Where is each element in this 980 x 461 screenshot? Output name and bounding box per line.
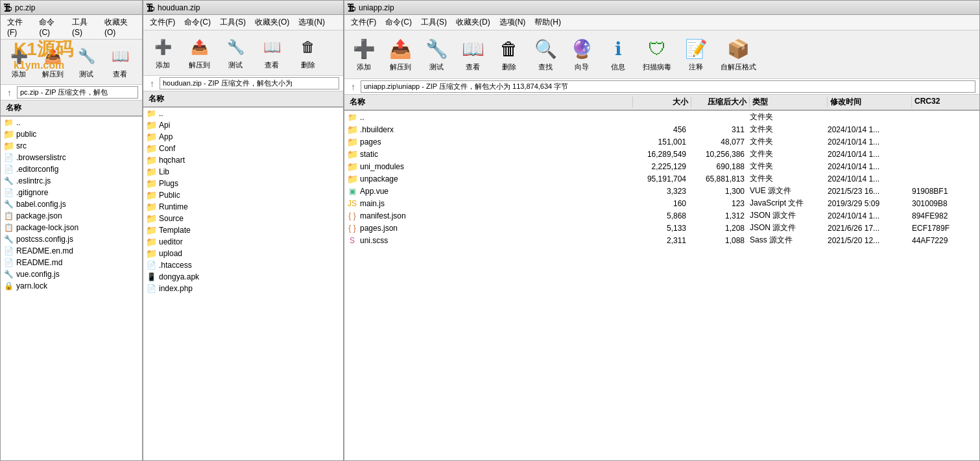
uniapp-col-date[interactable]: 修改时间 <box>828 97 912 108</box>
pc-menu-tools[interactable]: 工具(S) <box>68 16 99 38</box>
table-row[interactable]: { } pages.json 5,133 1,208 JSON 源文件 2021… <box>344 222 979 234</box>
uniapp-col-crc[interactable]: CRC32 <box>912 97 977 108</box>
list-item[interactable]: 📁 public <box>1 128 142 140</box>
houduan-menu-opt[interactable]: 选项(N) <box>294 16 329 29</box>
list-item[interactable]: 📁 Lib <box>143 166 343 178</box>
list-item[interactable]: 📁 ueditor <box>143 236 343 248</box>
houduan-extract-label: 解压到 <box>189 60 210 70</box>
pc-menu-file[interactable]: 文件(F) <box>3 16 34 38</box>
pc-delete-button[interactable]: 🗑 删除 <box>139 43 143 80</box>
list-item[interactable]: 📋 package.json <box>1 210 142 222</box>
list-item[interactable]: 📄 README.md <box>1 257 142 268</box>
uniapp-menu-file[interactable]: 文件(F) <box>347 16 380 29</box>
uniapp-col-compressed[interactable]: 压缩后大小 <box>691 97 750 108</box>
list-item[interactable]: 📄 README.en.md <box>1 245 142 257</box>
list-item[interactable]: 📁 .. <box>1 117 142 128</box>
pc-menu-cmd[interactable]: 命令(C) <box>35 16 67 38</box>
list-item[interactable]: 📄 index.php <box>143 283 343 294</box>
houduan-view-icon: 📖 <box>260 36 283 59</box>
list-item[interactable]: 🔧 postcss.config.js <box>1 233 142 245</box>
folder-icon: 📁 <box>3 141 14 151</box>
pc-menu-fav[interactable]: 收藏夹(O) <box>101 16 139 38</box>
houduan-menu-tools[interactable]: 工具(S) <box>216 16 250 29</box>
list-item[interactable]: 🔧 .eslintrc.js <box>1 175 142 187</box>
table-row[interactable]: 📁 unpackage 95,191,704 65,881,813 文件夹 20… <box>344 172 979 185</box>
pc-view-button[interactable]: 📖 查看 <box>106 43 134 80</box>
list-item[interactable]: 📁 Template <box>143 224 343 236</box>
list-item[interactable]: 📄 .browserslistrc <box>1 152 142 163</box>
uniapp-menu-help[interactable]: 帮助(H) <box>531 16 565 29</box>
houduan-col-name[interactable]: 名称 <box>146 93 167 104</box>
table-row[interactable]: 📁 pages 151,001 48,077 文件夹 2024/10/14 1.… <box>344 136 979 148</box>
list-item[interactable]: 📁 .. <box>143 108 343 119</box>
pc-add-button[interactable]: ➕ 添加 <box>5 43 33 80</box>
uniapp-extract-button[interactable]: 📤 解压到 <box>385 36 416 73</box>
uniapp-scan-button[interactable]: 🛡 扫描病毒 <box>639 36 675 73</box>
houduan-up-button[interactable]: ↑ <box>147 78 157 89</box>
uniapp-menu-fav[interactable]: 收藏夹(D) <box>452 16 494 29</box>
uniapp-col-name[interactable]: 名称 <box>347 97 633 108</box>
list-item[interactable]: 📁 Public <box>143 189 343 201</box>
list-item[interactable]: 📁 Plugs <box>143 178 343 189</box>
table-row[interactable]: 📁 uni_modules 2,225,129 690,188 文件夹 2024… <box>344 160 979 172</box>
list-item[interactable]: 📁 App <box>143 131 343 143</box>
list-item[interactable]: 📱 dongya.apk <box>143 271 343 283</box>
uniapp-view-button[interactable]: 📖 查看 <box>457 36 488 73</box>
uniapp-col-size[interactable]: 大小 <box>633 97 691 108</box>
uniapp-find-button[interactable]: 🔍 查找 <box>530 36 561 73</box>
table-row[interactable]: S uni.scss 2,311 1,088 Sass 源文件 2021/5/2… <box>344 234 979 246</box>
uniapp-selfextract-button[interactable]: 📦 自解压格式 <box>717 36 760 73</box>
houduan-menu-file[interactable]: 文件(F) <box>146 16 179 29</box>
list-item[interactable]: 📁 upload <box>143 248 343 259</box>
uniapp-menu-tools[interactable]: 工具(S) <box>417 16 451 29</box>
uniapp-info-button[interactable]: ℹ 信息 <box>603 36 634 73</box>
uniapp-delete-button[interactable]: 🗑 删除 <box>494 36 525 73</box>
houduan-add-button[interactable]: ➕ 添加 <box>147 34 178 71</box>
houduan-test-button[interactable]: 🔧 测试 <box>220 34 251 71</box>
list-item[interactable]: 🔒 yarn.lock <box>1 280 142 292</box>
table-row[interactable]: 📁 .hbuilderx 456 311 文件夹 2024/10/14 1... <box>344 123 979 136</box>
list-item[interactable]: 📄 .htaccess <box>143 259 343 271</box>
uniapp-add-icon: ➕ <box>352 38 376 61</box>
uniapp-up-button[interactable]: ↑ <box>348 82 358 92</box>
houduan-menu-cmd[interactable]: 命令(C) <box>180 16 215 29</box>
pc-test-button[interactable]: 🔧 测试 <box>72 43 101 80</box>
table-row[interactable]: ▣ App.vue 3,323 1,300 VUE 源文件 2021/5/23 … <box>344 185 979 197</box>
scss-icon: S <box>347 235 357 246</box>
list-item[interactable]: 🔧 babel.config.js <box>1 198 142 210</box>
houduan-extract-button[interactable]: 📤 解压到 <box>184 34 215 71</box>
uniapp-window: 🗜 uniapp.zip 文件(F) 命令(C) 工具(S) 收藏夹(D) 选项… <box>344 0 980 461</box>
houduan-delete-button[interactable]: 🗑 删除 <box>293 34 324 71</box>
pc-extract-button[interactable]: 📤 解压到 <box>38 43 67 80</box>
list-item[interactable]: 📁 hqchart <box>143 154 343 166</box>
uniapp-menu-cmd[interactable]: 命令(C) <box>381 16 416 29</box>
php-icon: 📄 <box>146 283 156 294</box>
pc-col-name[interactable]: 名称 <box>3 102 24 113</box>
list-item[interactable]: 📁 Runtime <box>143 201 343 213</box>
table-row[interactable]: JS main.js 160 123 JavaScript 文件 2019/3/… <box>344 197 979 209</box>
list-item[interactable]: 📄 .gitignore <box>1 187 142 198</box>
table-row[interactable]: { } manifest.json 5,868 1,312 JSON 源文件 2… <box>344 209 979 222</box>
pc-file-list: 📁 .. 📁 public 📁 src 📄 .browserslistrc 📄 … <box>1 117 142 460</box>
list-item[interactable]: 📄 .editorconfig <box>1 163 142 175</box>
uniapp-add-button[interactable]: ➕ 添加 <box>348 36 379 73</box>
list-item[interactable]: 📋 package-lock.json <box>1 222 142 233</box>
uniapp-title-bar: 🗜 uniapp.zip <box>344 1 979 15</box>
list-item[interactable]: 🔧 vue.config.js <box>1 268 142 280</box>
pc-up-button[interactable]: ↑ <box>5 88 14 98</box>
uniapp-test-button[interactable]: 🔧 测试 <box>421 36 452 73</box>
list-item[interactable]: 📁 Source <box>143 213 343 224</box>
uniapp-col-type[interactable]: 类型 <box>750 97 828 108</box>
uniapp-menu-opt[interactable]: 选项(N) <box>496 16 530 29</box>
houduan-view-button[interactable]: 📖 查看 <box>256 34 287 71</box>
table-row[interactable]: 📁 .. 文件夹 <box>344 111 979 123</box>
uniapp-note-button[interactable]: 📝 注释 <box>680 36 711 73</box>
list-item[interactable]: 📁 src <box>1 140 142 152</box>
list-item[interactable]: 📁 Api <box>143 119 343 131</box>
folder-icon: 📁 <box>347 174 357 184</box>
list-item[interactable]: 📁 Conf <box>143 143 343 154</box>
uniapp-wizard-icon: 🔮 <box>570 38 593 61</box>
table-row[interactable]: 📁 static 16,289,549 10,256,386 文件夹 2024/… <box>344 148 979 160</box>
uniapp-wizard-button[interactable]: 🔮 向导 <box>566 36 597 73</box>
houduan-menu-fav[interactable]: 收藏夹(O) <box>251 16 293 29</box>
